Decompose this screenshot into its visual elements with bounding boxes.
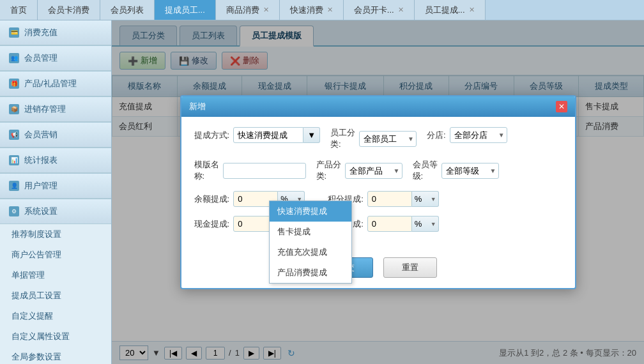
method-label: 提成方式:	[194, 130, 230, 141]
sidebar-item-product[interactable]: 🎁 产品/礼品管理	[0, 72, 111, 96]
points-comm-input-wrapper: % ▼	[367, 191, 439, 207]
system-icon: ⚙	[9, 206, 19, 216]
product-cat-select-wrapper: 全部产品 ▼	[345, 163, 402, 179]
method-dropdown-popup: 快速消费提成 售卡提成 充值充次提成 产品消费提成	[269, 201, 352, 284]
form-row-1: 提成方式: ▼ 员工分类: 全部员工	[194, 127, 562, 150]
card-unit-select[interactable]: %	[412, 216, 439, 232]
nav-item-goods[interactable]: 商品消费 ✕	[216, 0, 280, 20]
sidebar-sub-commission-staff[interactable]: 提成员工设置	[0, 285, 111, 306]
branch-label: 分店:	[427, 130, 446, 141]
form-row-2: 模版名称: 产品分类: 全部产品 ▼	[194, 159, 562, 182]
balance-comm-label: 余额提成:	[194, 193, 230, 205]
dropdown-item-3[interactable]: 产品消费提成	[270, 262, 351, 283]
dropdown-item-1[interactable]: 售卡提成	[270, 222, 351, 242]
recharge-icon: 💳	[9, 27, 19, 38]
method-dropdown-button[interactable]: ▼	[303, 127, 320, 143]
sidebar-sub-receipt[interactable]: 单据管理	[0, 265, 111, 285]
nav-item-quick-consume[interactable]: 快速消费 ✕	[280, 0, 344, 20]
sidebar-sub-reminder[interactable]: 自定义提醒	[0, 306, 111, 326]
marketing-icon: 📢	[9, 130, 19, 140]
modal-body: 提成方式: ▼ 员工分类: 全部员工	[181, 117, 575, 251]
top-nav: 首页 会员卡消费 会员列表 提成员工... 商品消费 ✕ 快速消费 ✕ 会员开卡…	[0, 0, 644, 20]
member-level-select-wrapper: 全部等级 ▼	[441, 163, 499, 179]
close-goods-icon[interactable]: ✕	[263, 6, 269, 14]
sidebar-item-recharge[interactable]: 💳 消费充值	[0, 20, 111, 45]
reset-button[interactable]: 重置	[383, 257, 437, 278]
sidebar-item-system[interactable]: ⚙ 系统设置	[0, 199, 111, 224]
card-comm-input[interactable]	[367, 216, 412, 232]
method-input[interactable]	[233, 127, 303, 143]
template-name-input[interactable]	[223, 163, 306, 179]
sidebar-item-marketing[interactable]: 📢 会员营销	[0, 123, 111, 148]
method-combo: ▼	[233, 127, 320, 143]
staff-cat-select-wrapper: 全部员工 ▼	[359, 131, 417, 147]
branch-select[interactable]: 全部分店	[450, 127, 507, 143]
sidebar-item-user[interactable]: 👤 用户管理	[0, 174, 111, 199]
sidebar: 💳 消费充值 👥 会员管理 🎁 产品/礼品管理 📦 进销存管理 📢	[0, 20, 112, 364]
sidebar-item-report[interactable]: 📊 统计报表	[0, 148, 111, 173]
member-level-select[interactable]: 全部等级	[441, 163, 499, 179]
form-row-4: 现金提成: % ▼	[194, 216, 562, 232]
nav-item-open-card[interactable]: 会员开卡... ✕	[344, 0, 415, 20]
points-unit-select[interactable]: %	[412, 191, 439, 207]
dropdown-item-0[interactable]: 快速消费提成	[270, 201, 351, 222]
nav-item-member-list[interactable]: 会员列表	[100, 0, 155, 20]
points-comm-input[interactable]	[367, 191, 412, 207]
member-icon: 👥	[9, 53, 19, 63]
form-group-staff-cat: 员工分类: 全部员工 ▼	[330, 127, 417, 150]
product-cat-select[interactable]: 全部产品	[345, 163, 402, 179]
report-icon: 📊	[9, 155, 19, 165]
nav-item-commission[interactable]: 提成员工...	[155, 0, 216, 20]
branch-select-wrapper: 全部分店 ▼	[450, 127, 507, 143]
sidebar-sub-notice[interactable]: 商户公告管理	[0, 245, 111, 265]
template-name-label: 模版名称:	[194, 159, 219, 182]
form-group-branch: 分店: 全部分店 ▼	[427, 127, 507, 143]
nav-item-staff-commission[interactable]: 员工提成... ✕	[415, 0, 486, 20]
nav-item-home[interactable]: 首页	[0, 0, 38, 20]
staff-cat-label: 员工分类:	[330, 127, 355, 150]
product-icon: 🎁	[9, 79, 19, 89]
form-group-template-name: 模版名称:	[194, 159, 306, 182]
modal-close-button[interactable]: ✕	[556, 101, 567, 112]
sidebar-sub-global-params[interactable]: 全局参数设置	[0, 347, 111, 364]
form-group-member-level: 会员等级: 全部等级 ▼	[413, 159, 499, 182]
inventory-icon: 📦	[9, 104, 19, 114]
modal-title: 新增	[189, 101, 206, 112]
sidebar-item-inventory[interactable]: 📦 进销存管理	[0, 97, 111, 122]
user-icon: 👤	[9, 181, 19, 191]
card-comm-input-wrapper: % ▼	[367, 216, 439, 232]
product-cat-label: 产品分类:	[316, 159, 341, 182]
sidebar-item-member[interactable]: 👥 会员管理	[0, 46, 111, 71]
close-opencard-icon[interactable]: ✕	[398, 6, 404, 14]
close-staffcomm-icon[interactable]: ✕	[469, 6, 475, 14]
sidebar-sub-custom-attr[interactable]: 自定义属性设置	[0, 326, 111, 347]
form-row-3: 余额提成: % ▼	[194, 191, 562, 207]
points-unit-wrapper: % ▼	[412, 191, 439, 207]
staff-cat-select[interactable]: 全部员工	[359, 131, 417, 147]
cash-comm-label: 现金提成:	[194, 218, 230, 230]
sidebar-sub-recommend[interactable]: 推荐制度设置	[0, 224, 111, 245]
close-quick-icon[interactable]: ✕	[327, 6, 333, 14]
nav-item-card-consume[interactable]: 会员卡消费	[38, 0, 100, 20]
form-group-product-cat: 产品分类: 全部产品 ▼	[316, 159, 402, 182]
new-modal: 新增 ✕ 提成方式: ▼ 员工分类:	[180, 95, 576, 289]
modal-footer: 提交 重置	[181, 251, 575, 288]
dropdown-item-2[interactable]: 充值充次提成	[270, 242, 351, 262]
form-group-method: 提成方式: ▼	[194, 127, 321, 143]
modal-header: 新增 ✕	[181, 96, 575, 117]
member-level-label: 会员等级:	[413, 159, 438, 182]
modal-overlay: 新增 ✕ 提成方式: ▼ 员工分类:	[112, 20, 644, 364]
card-unit-wrapper: % ▼	[412, 216, 439, 232]
